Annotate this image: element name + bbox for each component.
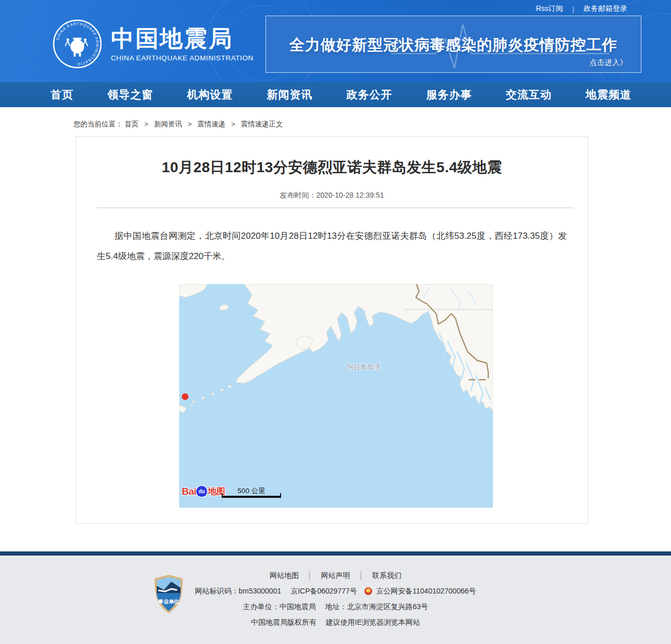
aleutian-island [193, 401, 195, 403]
footer-accent-bar [0, 551, 671, 556]
aleutian-island [212, 393, 214, 395]
breadcrumb-news[interactable]: 新闻资讯 [154, 120, 182, 128]
breadcrumb: 您的当前位置： 首页 > 新闻资讯 > 震情速递 > 震情速递正文 [0, 107, 671, 136]
aleutian-island [228, 385, 232, 388]
gov-mail-login-link[interactable]: 政务邮箱登录 [584, 4, 627, 14]
breadcrumb-home[interactable]: 首页 [124, 120, 138, 128]
site-footer: 事业单位 网站地图 │ 网站声明 │ 联系我们 网站标识码：bm53000001… [0, 556, 671, 644]
svg-text:事业单位: 事业单位 [158, 599, 179, 604]
nav-item-news[interactable]: 新闻资讯 [267, 87, 312, 102]
topbar-separator: | [573, 5, 574, 13]
rss-link[interactable]: Rss订阅 [536, 4, 563, 14]
nav-item-interaction[interactable]: 交流互动 [506, 87, 552, 102]
footer-link-contact[interactable]: 联系我们 [372, 571, 401, 579]
cea-seal-icon: CHINA EARTHQUAKE ADMINISTRATION [52, 19, 103, 69]
police-emblem-icon [364, 587, 372, 595]
site-header: Rss订阅 | 政务邮箱登录 CHINA EARTHQUAKE ADMINIST… [0, 0, 671, 82]
page: Rss订阅 | 政务邮箱登录 CHINA EARTHQUAKE ADMINIST… [0, 0, 671, 644]
site-title-block: 中国地震局 CHINA EARTHQUAKE ADMINISTRATION [111, 19, 254, 62]
site-title: 中国地震局 [111, 26, 254, 51]
banner-enter-link[interactable]: 点击进入》 [590, 58, 628, 68]
footer-link-statement[interactable]: 网站声明 [321, 571, 350, 579]
copyright: 中国地震局版权所有 [251, 618, 316, 626]
nav-item-earthquake-channel[interactable]: 地震频道 [586, 87, 631, 102]
security-record-link[interactable]: 京公网安备11040102700066号 [376, 587, 476, 595]
nav-item-services[interactable]: 服务办事 [426, 87, 472, 102]
covid-banner[interactable]: 全力做好新型冠状病毒感染的肺炎疫情防控工作 点击进入》 [265, 16, 641, 73]
nav-item-organization[interactable]: 机构设置 [187, 87, 233, 102]
title-divider [97, 208, 574, 208]
publish-time: 发布时间：2020-10-28 12:39:51 [76, 191, 588, 200]
site-id-code: 网站标识码：bm53000001 [195, 587, 281, 595]
footer-link-sitemap[interactable]: 网站地图 [270, 571, 299, 579]
address: 地址：北京市海淀区复兴路63号 [325, 602, 428, 611]
browser-advice: 建议使用IE浏览器浏览本网站 [326, 618, 420, 626]
article-body: 据中国地震台网测定，北京时间2020年10月28日12时13分在安德烈亚诺夫群岛… [97, 226, 567, 266]
baidu-paw-icon: du [196, 486, 207, 497]
nav-item-gov-affairs[interactable]: 政务公开 [347, 87, 393, 102]
main-nav: 首页 领导之窗 机构设置 新闻资讯 政务公开 服务办事 交流互动 地震频道 [0, 82, 671, 107]
gulf-of-alaska-label: 阿拉斯加湾 [347, 363, 381, 372]
site-subtitle: CHINA EARTHQUAKE ADMINISTRATION [111, 54, 254, 62]
breadcrumb-separator: > [187, 120, 192, 128]
footer-link-separator: │ [308, 571, 312, 579]
baidu-map-logo[interactable]: Bai du 地图 [182, 485, 225, 497]
footer-wrap: 事业单位 网站地图 │ 网站声明 │ 联系我们 网站标识码：bm53000001… [0, 551, 671, 644]
aleutian-island [201, 397, 205, 399]
epicenter-map[interactable]: 阿拉斯加湾 Bai du 地图 500 公里 [179, 284, 493, 508]
breadcrumb-quake-express[interactable]: 震情速递 [197, 120, 225, 128]
topbar: Rss订阅 | 政务邮箱登录 [536, 4, 627, 14]
footer-links: 网站地图 │ 网站声明 │ 联系我们 [0, 571, 671, 581]
aleutian-island [191, 405, 193, 406]
footer-registration-line: 网站标识码：bm53000001 京ICP备06029777号 京公网安备110… [0, 587, 671, 596]
article-card: 10月28日12时13分安德烈亚诺夫群岛发生5.4级地震 发布时间：2020-1… [75, 136, 588, 524]
nav-item-home[interactable]: 首页 [50, 87, 73, 102]
baidu-logo-bai: Bai [182, 486, 196, 497]
footer-organizer-line: 主办单位：中国地震局 地址：北京市海淀区复兴路63号 [0, 602, 671, 612]
site-logo[interactable]: CHINA EARTHQUAKE ADMINISTRATION 中国地震局 CH… [52, 19, 254, 69]
breadcrumb-separator: > [144, 120, 148, 128]
breadcrumb-separator: > [231, 120, 235, 128]
alaska-map-svg [179, 284, 493, 508]
public-institution-badge[interactable]: 事业单位 [154, 574, 184, 614]
map-scale-bar [222, 493, 281, 498]
aleutian-island [220, 389, 223, 391]
footer-link-separator: │ [359, 571, 363, 579]
icp-record-link[interactable]: 京ICP备06029777号 [290, 587, 357, 595]
footer-copyright-line: 中国地震局版权所有 建议使用IE浏览器浏览本网站 [0, 618, 671, 627]
breadcrumb-current: 震情速递正文 [241, 120, 283, 128]
article-title: 10月28日12时13分安德烈亚诺夫群岛发生5.4级地震 [76, 158, 588, 177]
nav-item-leaders[interactable]: 领导之窗 [107, 87, 153, 102]
banner-headline: 全力做好新型冠状病毒感染的肺炎疫情防控工作 [276, 35, 630, 56]
organizer: 主办单位：中国地震局 [243, 602, 316, 611]
breadcrumb-prefix: 您的当前位置： [73, 120, 123, 128]
